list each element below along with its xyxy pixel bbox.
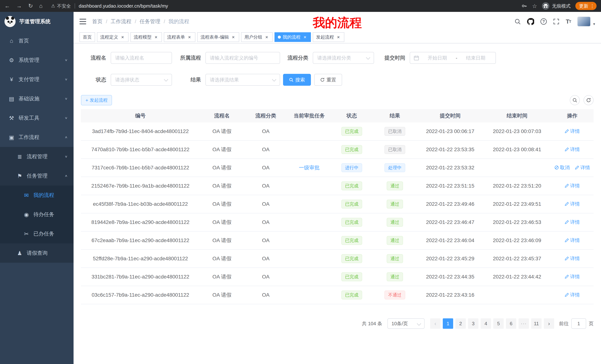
tab-close-icon[interactable]: × [231, 35, 236, 39]
sidebar-item-devtools[interactable]: ⚒ 研发工具 ∨ [0, 108, 74, 128]
detail-action[interactable]: 详情 [575, 164, 590, 171]
create-process-button[interactable]: + 发起流程 [81, 95, 112, 105]
refresh-icon-button[interactable] [583, 95, 594, 105]
tab-发起流程[interactable]: 发起流程 × [313, 32, 344, 42]
browser-home-icon[interactable]: ⌂ [39, 3, 42, 9]
sidebar-item-payment[interactable]: ¥ 支付管理 ∨ [0, 70, 74, 89]
tab-流程模型[interactable]: 流程模型 × [130, 32, 162, 42]
sidebar-item-done-tasks[interactable]: ✂ 已办任务 [0, 224, 74, 243]
cell-submit-time: 2022-01-23 00:06:17 [417, 128, 483, 134]
tab-close-icon[interactable]: × [336, 35, 341, 39]
detail-label: 详情 [570, 237, 580, 244]
cell-current-task-link[interactable]: 一级审批 [288, 164, 331, 171]
end-date-placeholder[interactable]: 结束日期 [460, 55, 492, 61]
sidebar-item-leave-query[interactable]: ♟ 请假查询 [0, 243, 74, 263]
tab-label: 用户分组 [244, 34, 262, 40]
security-label[interactable]: 不安全 [57, 3, 71, 9]
status-select-input[interactable] [111, 74, 172, 86]
fullscreen-icon[interactable] [553, 18, 559, 25]
result-select-input[interactable] [205, 74, 280, 86]
sidebar-item-todo-tasks[interactable]: ◉ 待办任务 [0, 205, 74, 224]
tab-用户分组[interactable]: 用户分组 × [241, 32, 273, 42]
tab-流程定义[interactable]: 流程定义 × [97, 32, 129, 42]
sidebar-item-task-mgmt[interactable]: ⚑ 任务管理 ∧ [0, 166, 74, 185]
page-button-6[interactable]: 6 [506, 318, 516, 329]
start-date-placeholder[interactable]: 开始日期 [421, 55, 453, 61]
result-select[interactable] [205, 74, 280, 86]
tab-close-icon[interactable]: × [302, 35, 308, 39]
detail-action[interactable]: 详情 [565, 146, 580, 153]
reload-icon[interactable]: ↻ [28, 3, 33, 9]
user-avatar[interactable] [577, 17, 591, 27]
github-icon[interactable] [527, 18, 534, 25]
sidebar-item-infrastructure[interactable]: ▤ 基础设施 ∨ [0, 89, 74, 108]
bookmark-star-icon[interactable]: ☆ [532, 3, 537, 9]
tab-label: 我的流程 [283, 34, 300, 40]
font-size-icon[interactable]: TT [566, 18, 571, 25]
detail-action[interactable]: 详情 [565, 182, 580, 189]
tab-流程表单[interactable]: 流程表单 × [164, 32, 195, 42]
category-select[interactable] [313, 52, 374, 64]
process-definition-input[interactable] [205, 52, 280, 64]
forward-icon[interactable]: → [16, 3, 22, 9]
hamburger-icon[interactable] [80, 19, 86, 24]
tab-close-icon[interactable]: × [187, 35, 192, 39]
detail-action[interactable]: 详情 [565, 237, 580, 244]
tab-流程表单-编辑[interactable]: 流程表单-编辑 × [197, 32, 239, 42]
sidebar-item-workflow[interactable]: ▣ 工作流程 ∧ [0, 128, 74, 147]
sidebar-item-my-process[interactable]: ✉ 我的流程 [0, 185, 74, 205]
status-tag: 已完成 [341, 236, 362, 245]
status-select[interactable] [111, 74, 172, 86]
detail-action[interactable]: 详情 [565, 201, 580, 207]
key-icon[interactable] [521, 3, 527, 9]
breadcrumb-workflow[interactable]: 工作流程 [111, 18, 140, 25]
sidebar-item-process-mgmt[interactable]: ≣ 流程管理 ∨ [0, 147, 74, 166]
page-button-11[interactable]: 11 [531, 318, 541, 329]
detail-action[interactable]: 详情 [565, 292, 580, 298]
logo-avatar [4, 16, 16, 27]
date-range-picker[interactable]: 开始日期 - 结束日期 [410, 52, 496, 64]
page-button-1[interactable]: 1 [443, 318, 453, 329]
address-bar[interactable]: ⚠ 不安全 dashboard.yudao.iocoder.cn/bpm/tas… [51, 3, 521, 9]
logo[interactable]: 芋道管理系统 [0, 12, 74, 31]
next-page-button[interactable]: › [544, 318, 554, 329]
tab-close-icon[interactable]: × [153, 35, 159, 39]
url-text[interactable]: dashboard.yudao.iocoder.cn/bpm/task/my [79, 3, 168, 9]
category-select-input[interactable] [313, 52, 374, 64]
page-button-4[interactable]: 4 [481, 318, 491, 329]
tab-close-icon[interactable]: × [120, 35, 125, 39]
detail-action[interactable]: 详情 [565, 219, 580, 225]
page-button-2[interactable]: 2 [455, 318, 466, 329]
goto-page-input[interactable] [571, 318, 586, 329]
breadcrumb-home[interactable]: 首页 [92, 18, 111, 25]
help-icon[interactable] [541, 18, 547, 25]
update-button[interactable]: 更新 ⋮ [575, 2, 597, 10]
cell-process-name: OA 请假 [200, 164, 244, 171]
toggle-search-icon-button[interactable] [570, 95, 580, 105]
sidebar-item-system[interactable]: ⚙ 系统管理 ∨ [0, 50, 74, 70]
cell-id: 3ad174fb-7b9d-11ec-8404-acde48001122 [81, 128, 200, 134]
search-button[interactable]: 搜索 [283, 74, 311, 86]
page-ellipsis[interactable]: ··· [519, 318, 529, 329]
sidebar-item-home[interactable]: ⌂ 首页 [0, 31, 74, 50]
caret-down-icon[interactable]: ▾ [593, 22, 595, 26]
tab-我的流程[interactable]: 我的流程 × [274, 32, 311, 42]
process-name-input[interactable] [111, 52, 172, 64]
prev-page-button[interactable]: ‹ [430, 318, 441, 329]
page-button-5[interactable]: 5 [493, 318, 504, 329]
detail-action[interactable]: 详情 [565, 128, 580, 134]
detail-action[interactable]: 详情 [565, 273, 580, 280]
tab-首页[interactable]: 首页 [80, 32, 95, 42]
reset-button[interactable]: 重置 [314, 74, 342, 86]
status-tag: 已完成 [341, 272, 362, 281]
page-button-3[interactable]: 3 [468, 318, 478, 329]
cell-actions: 详情 [551, 201, 594, 208]
menu-kebab-icon[interactable]: ⋮ [590, 3, 595, 9]
cancel-action[interactable]: 取消 [554, 164, 570, 171]
back-icon[interactable]: ← [4, 3, 10, 9]
tab-close-icon[interactable]: × [264, 35, 269, 39]
detail-action[interactable]: 详情 [565, 255, 580, 262]
breadcrumb-task-mgmt[interactable]: 任务管理 [140, 18, 169, 25]
search-icon[interactable] [514, 18, 521, 25]
page-size-select[interactable]: 10条/页 [387, 318, 425, 329]
